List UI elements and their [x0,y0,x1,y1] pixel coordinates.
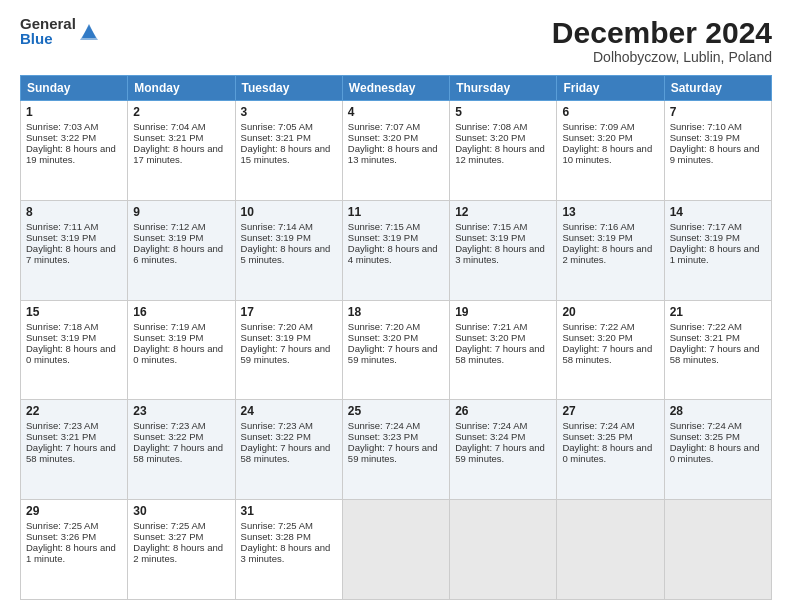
calendar-cell: 30Sunrise: 7:25 AMSunset: 3:27 PMDayligh… [128,500,235,600]
daylight-text: Daylight: 7 hours and 59 minutes. [348,343,438,365]
sunset-text: Sunset: 3:24 PM [455,431,525,442]
calendar-cell: 8Sunrise: 7:11 AMSunset: 3:19 PMDaylight… [21,200,128,300]
calendar-cell: 26Sunrise: 7:24 AMSunset: 3:24 PMDayligh… [450,400,557,500]
sunset-text: Sunset: 3:25 PM [670,431,740,442]
calendar-week-row: 15Sunrise: 7:18 AMSunset: 3:19 PMDayligh… [21,300,772,400]
sunrise-text: Sunrise: 7:10 AM [670,121,742,132]
day-number: 9 [133,205,229,219]
calendar-cell: 15Sunrise: 7:18 AMSunset: 3:19 PMDayligh… [21,300,128,400]
sunset-text: Sunset: 3:20 PM [348,332,418,343]
calendar-cell: 27Sunrise: 7:24 AMSunset: 3:25 PMDayligh… [557,400,664,500]
calendar-cell: 21Sunrise: 7:22 AMSunset: 3:21 PMDayligh… [664,300,771,400]
calendar-week-row: 8Sunrise: 7:11 AMSunset: 3:19 PMDaylight… [21,200,772,300]
calendar-cell: 2Sunrise: 7:04 AMSunset: 3:21 PMDaylight… [128,101,235,201]
sunrise-text: Sunrise: 7:12 AM [133,221,205,232]
calendar: Sunday Monday Tuesday Wednesday Thursday… [20,75,772,600]
sunset-text: Sunset: 3:26 PM [26,531,96,542]
sunset-text: Sunset: 3:22 PM [241,431,311,442]
day-number: 27 [562,404,658,418]
col-friday: Friday [557,76,664,101]
sunset-text: Sunset: 3:20 PM [562,132,632,143]
day-number: 12 [455,205,551,219]
calendar-cell: 16Sunrise: 7:19 AMSunset: 3:19 PMDayligh… [128,300,235,400]
day-number: 2 [133,105,229,119]
day-number: 8 [26,205,122,219]
sunset-text: Sunset: 3:19 PM [26,332,96,343]
daylight-text: Daylight: 7 hours and 58 minutes. [562,343,652,365]
sunset-text: Sunset: 3:20 PM [348,132,418,143]
calendar-cell: 29Sunrise: 7:25 AMSunset: 3:26 PMDayligh… [21,500,128,600]
calendar-cell [664,500,771,600]
day-number: 6 [562,105,658,119]
sunrise-text: Sunrise: 7:20 AM [348,321,420,332]
sunset-text: Sunset: 3:22 PM [26,132,96,143]
day-number: 15 [26,305,122,319]
calendar-cell: 13Sunrise: 7:16 AMSunset: 3:19 PMDayligh… [557,200,664,300]
calendar-cell: 11Sunrise: 7:15 AMSunset: 3:19 PMDayligh… [342,200,449,300]
sunrise-text: Sunrise: 7:15 AM [455,221,527,232]
sunrise-text: Sunrise: 7:24 AM [455,420,527,431]
day-number: 10 [241,205,337,219]
calendar-cell: 28Sunrise: 7:24 AMSunset: 3:25 PMDayligh… [664,400,771,500]
calendar-cell: 9Sunrise: 7:12 AMSunset: 3:19 PMDaylight… [128,200,235,300]
sunrise-text: Sunrise: 7:05 AM [241,121,313,132]
sunset-text: Sunset: 3:27 PM [133,531,203,542]
daylight-text: Daylight: 8 hours and 4 minutes. [348,243,438,265]
sunset-text: Sunset: 3:23 PM [348,431,418,442]
sunrise-text: Sunrise: 7:23 AM [241,420,313,431]
daylight-text: Daylight: 7 hours and 58 minutes. [241,442,331,464]
sunset-text: Sunset: 3:21 PM [26,431,96,442]
daylight-text: Daylight: 8 hours and 0 minutes. [133,343,223,365]
calendar-week-row: 1Sunrise: 7:03 AMSunset: 3:22 PMDaylight… [21,101,772,201]
sunrise-text: Sunrise: 7:15 AM [348,221,420,232]
daylight-text: Daylight: 8 hours and 0 minutes. [26,343,116,365]
sunrise-text: Sunrise: 7:20 AM [241,321,313,332]
sunset-text: Sunset: 3:28 PM [241,531,311,542]
daylight-text: Daylight: 8 hours and 1 minute. [670,243,760,265]
col-wednesday: Wednesday [342,76,449,101]
sunrise-text: Sunrise: 7:03 AM [26,121,98,132]
sunrise-text: Sunrise: 7:16 AM [562,221,634,232]
sunset-text: Sunset: 3:19 PM [670,132,740,143]
daylight-text: Daylight: 8 hours and 3 minutes. [455,243,545,265]
calendar-cell: 14Sunrise: 7:17 AMSunset: 3:19 PMDayligh… [664,200,771,300]
calendar-cell [557,500,664,600]
sunrise-text: Sunrise: 7:07 AM [348,121,420,132]
sunset-text: Sunset: 3:19 PM [348,232,418,243]
sunrise-text: Sunrise: 7:23 AM [133,420,205,431]
sunset-text: Sunset: 3:21 PM [133,132,203,143]
sunrise-text: Sunrise: 7:04 AM [133,121,205,132]
day-number: 23 [133,404,229,418]
day-number: 30 [133,504,229,518]
month-title: December 2024 [552,16,772,49]
sunset-text: Sunset: 3:19 PM [241,332,311,343]
daylight-text: Daylight: 7 hours and 58 minutes. [133,442,223,464]
calendar-cell: 6Sunrise: 7:09 AMSunset: 3:20 PMDaylight… [557,101,664,201]
sunset-text: Sunset: 3:19 PM [670,232,740,243]
day-number: 18 [348,305,444,319]
sunset-text: Sunset: 3:22 PM [133,431,203,442]
daylight-text: Daylight: 7 hours and 59 minutes. [348,442,438,464]
day-number: 11 [348,205,444,219]
sunset-text: Sunset: 3:21 PM [670,332,740,343]
calendar-week-row: 29Sunrise: 7:25 AMSunset: 3:26 PMDayligh… [21,500,772,600]
calendar-header-row: Sunday Monday Tuesday Wednesday Thursday… [21,76,772,101]
day-number: 31 [241,504,337,518]
calendar-cell: 18Sunrise: 7:20 AMSunset: 3:20 PMDayligh… [342,300,449,400]
sunset-text: Sunset: 3:21 PM [241,132,311,143]
sunrise-text: Sunrise: 7:25 AM [241,520,313,531]
daylight-text: Daylight: 8 hours and 0 minutes. [562,442,652,464]
day-number: 28 [670,404,766,418]
sunset-text: Sunset: 3:20 PM [455,332,525,343]
daylight-text: Daylight: 7 hours and 58 minutes. [26,442,116,464]
day-number: 29 [26,504,122,518]
calendar-cell: 5Sunrise: 7:08 AMSunset: 3:20 PMDaylight… [450,101,557,201]
logo-blue: Blue [20,31,76,46]
calendar-cell: 23Sunrise: 7:23 AMSunset: 3:22 PMDayligh… [128,400,235,500]
col-thursday: Thursday [450,76,557,101]
day-number: 5 [455,105,551,119]
calendar-cell: 22Sunrise: 7:23 AMSunset: 3:21 PMDayligh… [21,400,128,500]
col-tuesday: Tuesday [235,76,342,101]
day-number: 1 [26,105,122,119]
sunset-text: Sunset: 3:19 PM [26,232,96,243]
